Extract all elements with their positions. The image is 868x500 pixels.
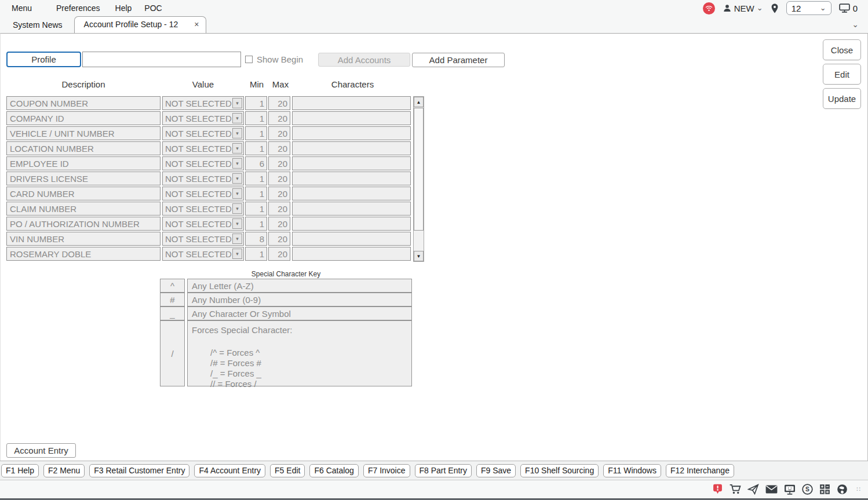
menu-item-menu[interactable]: Menu (12, 3, 32, 13)
description-field[interactable]: VIN NUMBER (6, 232, 161, 246)
value-select[interactable]: NOT SELECTED ▾ (162, 141, 244, 155)
scrollbar-track[interactable] (414, 231, 424, 251)
function-key-button[interactable]: F2 Menu (43, 464, 85, 477)
value-select[interactable]: NOT SELECTED ▾ (162, 111, 244, 125)
min-field[interactable]: 6 (245, 156, 267, 170)
s-circle-icon[interactable]: S (802, 484, 813, 495)
function-key-button[interactable]: F1 Help (1, 464, 39, 477)
profile-input[interactable] (82, 52, 241, 67)
characters-field[interactable] (292, 187, 411, 200)
max-field[interactable]: 20 (268, 202, 290, 216)
terminal-select[interactable]: 12 ⌄ (786, 1, 831, 15)
description-field[interactable]: LOCATION NUMBER (6, 141, 161, 155)
resize-grip-icon[interactable]: ∷ (856, 486, 861, 493)
mail-icon[interactable] (765, 485, 778, 494)
table-scrollbar[interactable]: ▲ ▼ (413, 96, 424, 262)
dropdown-arrow-icon[interactable]: ▾ (232, 158, 242, 169)
min-field[interactable]: 1 (245, 187, 267, 200)
min-field[interactable]: 1 (245, 247, 267, 261)
max-field[interactable]: 20 (268, 247, 290, 261)
min-field[interactable]: 1 (245, 126, 267, 140)
location-pin-icon[interactable] (771, 3, 779, 13)
max-field[interactable]: 20 (268, 171, 290, 185)
desktop-support-icon[interactable] (784, 484, 796, 495)
scrollbar-thumb[interactable] (414, 108, 424, 231)
characters-field[interactable] (292, 141, 411, 155)
update-button[interactable]: Update (823, 88, 861, 109)
value-select[interactable]: NOT SELECTED ▾ (162, 96, 244, 110)
characters-field[interactable] (292, 171, 411, 185)
description-field[interactable]: CLAIM NUMBER (6, 202, 161, 216)
wifi-status-badge[interactable] (703, 2, 715, 14)
menu-item-help[interactable]: Help (115, 3, 132, 13)
description-field[interactable]: CARD NUMBER (6, 187, 161, 200)
add-parameter-button[interactable]: Add Parameter (412, 53, 505, 67)
description-field[interactable]: PO / AUTHORIZATION NUMBER (6, 217, 161, 231)
menu-item-poc[interactable]: POC (144, 3, 162, 13)
max-field[interactable]: 20 (268, 111, 290, 125)
scroll-up-icon[interactable]: ▲ (414, 97, 424, 107)
scroll-down-icon[interactable]: ▼ (414, 251, 424, 261)
characters-field[interactable] (292, 202, 411, 216)
max-field[interactable]: 20 (268, 156, 290, 170)
tab-system-news[interactable]: System News (5, 17, 71, 33)
description-field[interactable]: VEHICLE / UNIT NUMBER (6, 126, 161, 140)
characters-field[interactable] (292, 232, 411, 246)
description-field[interactable]: EMPLOYEE ID (6, 156, 161, 170)
min-field[interactable]: 1 (245, 96, 267, 110)
calculator-icon[interactable] (819, 484, 830, 495)
tab-account-profile-setup[interactable]: Account Profile Setup - 12 × (74, 16, 207, 33)
value-select[interactable]: NOT SELECTED ▾ (162, 247, 244, 261)
profile-button[interactable]: Profile (6, 52, 81, 67)
min-field[interactable]: 1 (245, 217, 267, 231)
send-plane-icon[interactable] (747, 484, 759, 495)
edit-button[interactable]: Edit (823, 64, 861, 85)
function-key-button[interactable]: F5 Edit (270, 464, 305, 477)
min-field[interactable]: 1 (245, 111, 267, 125)
characters-field[interactable] (292, 217, 411, 231)
value-select[interactable]: NOT SELECTED ▾ (162, 126, 244, 140)
value-select[interactable]: NOT SELECTED ▾ (162, 156, 244, 170)
description-field[interactable]: ROSEMARY DOBLE (6, 247, 161, 261)
function-key-button[interactable]: F8 Part Entry (415, 464, 472, 477)
add-accounts-button[interactable]: Add Accounts (318, 53, 410, 67)
description-field[interactable]: COMPANY ID (6, 111, 161, 125)
user-menu[interactable]: NEW ⌄ (723, 3, 763, 13)
dropdown-arrow-icon[interactable]: ▾ (232, 218, 242, 229)
value-select[interactable]: NOT SELECTED ▾ (162, 202, 244, 216)
dropdown-arrow-icon[interactable]: ▾ (232, 113, 242, 123)
value-select[interactable]: NOT SELECTED ▾ (162, 187, 244, 200)
dropdown-arrow-icon[interactable]: ▾ (232, 173, 242, 184)
dropdown-arrow-icon[interactable]: ▾ (232, 188, 242, 199)
alert-notification-icon[interactable] (713, 484, 723, 495)
dropdown-arrow-icon[interactable]: ▾ (232, 203, 242, 214)
dropdown-arrow-icon[interactable]: ▾ (232, 98, 242, 108)
function-key-button[interactable]: F10 Shelf Sourcing (520, 464, 599, 477)
min-field[interactable]: 1 (245, 171, 267, 185)
description-field[interactable]: DRIVERS LICENSE (6, 171, 161, 185)
min-field[interactable]: 1 (245, 202, 267, 216)
characters-field[interactable] (292, 247, 411, 261)
function-key-button[interactable]: F3 Retail Customer Entry (89, 464, 189, 477)
show-begin-checkbox[interactable] (245, 56, 253, 63)
characters-field[interactable] (292, 156, 411, 170)
characters-field[interactable] (292, 111, 411, 125)
min-field[interactable]: 1 (245, 141, 267, 155)
value-select[interactable]: NOT SELECTED ▾ (162, 217, 244, 231)
max-field[interactable]: 20 (268, 96, 290, 110)
max-field[interactable]: 20 (268, 126, 290, 140)
function-key-button[interactable]: F4 Account Entry (194, 464, 265, 477)
close-button[interactable]: Close (823, 39, 861, 60)
cart-icon[interactable] (729, 484, 741, 495)
dropdown-arrow-icon[interactable]: ▾ (232, 233, 242, 244)
function-key-button[interactable]: F12 Interchange (666, 464, 734, 477)
max-field[interactable]: 20 (268, 141, 290, 155)
value-select[interactable]: NOT SELECTED ▾ (162, 171, 244, 185)
close-tab-icon[interactable]: × (194, 20, 199, 29)
collapse-chevron-icon[interactable]: ⌄ (852, 20, 859, 29)
dropdown-arrow-icon[interactable]: ▾ (232, 143, 242, 154)
globe-icon[interactable] (837, 484, 848, 495)
max-field[interactable]: 20 (268, 232, 290, 246)
function-key-button[interactable]: F6 Catalog (309, 464, 358, 477)
max-field[interactable]: 20 (268, 187, 290, 200)
